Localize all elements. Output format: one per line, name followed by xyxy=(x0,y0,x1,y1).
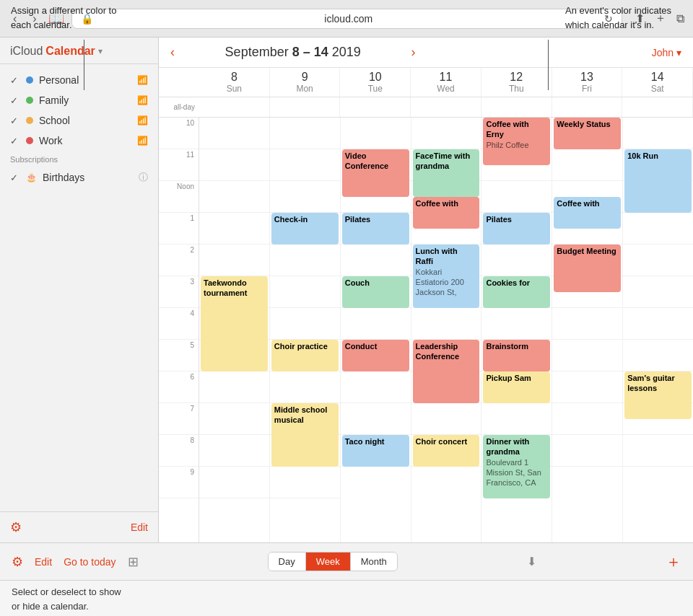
event-taco-night-title: Taco night xyxy=(345,436,406,446)
time-3: 3 xyxy=(159,276,199,308)
day-col-sun[interactable]: Taekwondo tournament xyxy=(199,118,270,542)
birthdays-label: Birthdays xyxy=(43,172,133,183)
event-video-conference-title: Video Conference xyxy=(345,151,406,172)
time-8: 8 xyxy=(159,435,199,467)
sidebar-item-personal[interactable]: ✓ Personal 📶 xyxy=(0,70,158,90)
all-day-cell-thu[interactable] xyxy=(481,97,552,117)
calendar-grid: 10 11 Noon 1 2 3 4 5 6 7 8 9 xyxy=(159,118,693,542)
all-day-cells xyxy=(199,97,693,117)
event-facetime[interactable]: FaceTime with grandma xyxy=(413,149,480,197)
edit-button[interactable]: Edit xyxy=(131,522,148,533)
calendar-title: September 8 – 14 2019 xyxy=(175,45,411,60)
event-budget[interactable]: Budget Meeting xyxy=(554,245,621,292)
event-brainstorm[interactable]: Brainstorm xyxy=(483,340,550,371)
all-day-cell-tue[interactable] xyxy=(340,97,411,117)
day-col-mon[interactable]: Check-in Choir practice Middle school mu… xyxy=(270,118,341,542)
event-middle-school-musical[interactable]: Middle school musical xyxy=(271,403,339,467)
event-conduct-title: Conduct xyxy=(345,341,406,351)
go-to-today-button[interactable]: Go to today xyxy=(64,556,116,568)
event-coffee-fri[interactable]: Coffee with xyxy=(554,197,621,229)
chevron-down-icon[interactable]: ▾ xyxy=(98,46,103,56)
event-cookies[interactable]: Cookies for xyxy=(483,276,550,308)
family-label: Family xyxy=(39,94,131,106)
all-day-cell-sat[interactable] xyxy=(622,97,693,117)
annotation-line-right xyxy=(548,40,549,90)
day-col-fri[interactable]: Weekly Status Budget Meeting Coffee with xyxy=(552,118,623,542)
annotation-top-left: Assign a different color toeach calendar… xyxy=(11,4,116,32)
event-weekly-status[interactable]: Weekly Status xyxy=(554,118,621,149)
event-dinner-grandma[interactable]: Dinner with grandma Boulevard 1 Mission … xyxy=(483,435,550,498)
birthday-icon: 🎂 xyxy=(26,172,37,182)
day-col-sat[interactable]: 10k Run Sam's guitar lessons xyxy=(623,118,693,542)
event-pilates-thu-title: Pilates xyxy=(486,214,547,224)
event-lunch-raffi-sub: Kokkari Estiatorio 200 Jackson St, xyxy=(416,267,477,298)
edit-calendar-button[interactable]: Edit xyxy=(35,556,52,568)
event-couch[interactable]: Couch xyxy=(342,276,409,308)
event-coffee-wed[interactable]: Coffee with xyxy=(413,197,480,229)
event-leadership-title: Leadership Conference xyxy=(416,341,477,362)
day-headers: 8Sun 9Mon 10Tue 11Wed 12Thu 13Fri 14Sat xyxy=(159,68,693,97)
day-header-tue: 10Tue xyxy=(340,68,411,97)
all-day-cell-wed[interactable] xyxy=(411,97,481,117)
day-col-thu[interactable]: Coffee with Erny Philz Coffee Pilates Co… xyxy=(481,118,552,542)
event-pickup-sam[interactable]: Pickup Sam xyxy=(483,371,550,403)
sidebar-item-school[interactable]: ✓ School 📶 xyxy=(0,110,158,131)
download-button[interactable]: ⬇ xyxy=(527,555,536,568)
info-icon[interactable]: ⓘ xyxy=(139,171,148,184)
day-header-sun: 8Sun xyxy=(199,68,270,97)
subscriptions-label: Subscriptions xyxy=(0,151,158,167)
day-header-thu: 12Thu xyxy=(481,68,552,97)
sidebar-item-work[interactable]: ✓ Work 📶 xyxy=(0,131,158,151)
event-coffee-erny[interactable]: Coffee with Erny Philz Coffee xyxy=(483,118,550,165)
event-conduct[interactable]: Conduct xyxy=(342,340,409,371)
event-guitar-lessons[interactable]: Sam's guitar lessons xyxy=(624,371,692,419)
time-2: 2 xyxy=(159,245,199,276)
day-col-tue[interactable]: Video Conference Pilates Conduct xyxy=(341,118,411,542)
event-facetime-title: FaceTime with grandma xyxy=(416,151,477,172)
tab-month[interactable]: Month xyxy=(351,553,397,571)
sidebar-item-birthdays[interactable]: ✓ 🎂 Birthdays ⓘ xyxy=(0,167,158,188)
gear-icon[interactable]: ⚙ xyxy=(10,519,22,535)
time-4: 4 xyxy=(159,308,199,340)
event-coffee-wed-title: Coffee with xyxy=(416,198,477,208)
event-choir-practice[interactable]: Choir practice xyxy=(271,340,339,371)
calendar-label: Calendar xyxy=(45,45,95,58)
event-coffee-fri-title: Coffee with xyxy=(557,198,618,208)
sidebar: iCloud Calendar ▾ ✓ Personal 📶 ✓ Family … xyxy=(0,38,159,542)
tab-day[interactable]: Day xyxy=(269,553,306,571)
event-lunch-raffi-title: Lunch with Raffi xyxy=(416,246,477,267)
user-menu[interactable]: John ▾ xyxy=(652,47,681,58)
time-10: 10 xyxy=(159,118,199,149)
personal-color-dot xyxy=(26,76,33,84)
event-checkin-title: Check-in xyxy=(274,214,336,224)
all-day-cell-mon[interactable] xyxy=(270,97,341,117)
event-taco-night[interactable]: Taco night xyxy=(342,435,409,467)
event-coffee-erny-sub: Philz Coffee xyxy=(486,140,547,150)
cal-header: ‹ September 8 – 14 2019 › John ▾ xyxy=(159,38,693,68)
tabs-button[interactable]: ⧉ xyxy=(676,12,684,25)
event-taekwondo[interactable]: Taekwondo tournament xyxy=(201,276,268,371)
event-leadership[interactable]: Leadership Conference xyxy=(413,340,480,403)
next-month-button[interactable]: › xyxy=(411,45,415,60)
event-video-conference[interactable]: Video Conference xyxy=(342,149,409,197)
address-bar[interactable]: 🔒 icloud.com ↻ xyxy=(71,9,622,29)
calendar-grid-icon[interactable]: ⊞ xyxy=(128,554,139,570)
all-day-cell-fri[interactable] xyxy=(552,97,623,117)
all-day-row: all-day xyxy=(159,97,693,118)
event-10k-run[interactable]: 10k Run xyxy=(624,149,692,213)
sidebar-item-family[interactable]: ✓ Family 📶 xyxy=(0,90,158,110)
all-day-cell-sun[interactable] xyxy=(199,97,270,117)
event-pilates-tue[interactable]: Pilates xyxy=(342,213,409,245)
day-col-wed[interactable]: FaceTime with grandma Coffee with Lunch … xyxy=(411,118,482,542)
tab-week[interactable]: Week xyxy=(306,553,351,571)
event-checkin[interactable]: Check-in xyxy=(271,213,339,245)
view-tabs: Day Week Month xyxy=(268,552,398,571)
time-column: 10 11 Noon 1 2 3 4 5 6 7 8 9 xyxy=(159,118,199,542)
event-pilates-thu[interactable]: Pilates xyxy=(483,213,550,245)
event-10k-run-title: 10k Run xyxy=(627,151,689,161)
school-label: School xyxy=(39,115,131,126)
event-choir-concert[interactable]: Choir concert xyxy=(413,435,480,467)
event-lunch-raffi[interactable]: Lunch with Raffi Kokkari Estiatorio 200 … xyxy=(413,245,480,308)
settings-icon[interactable]: ⚙ xyxy=(12,554,23,570)
add-event-button[interactable]: ＋ xyxy=(666,551,681,573)
